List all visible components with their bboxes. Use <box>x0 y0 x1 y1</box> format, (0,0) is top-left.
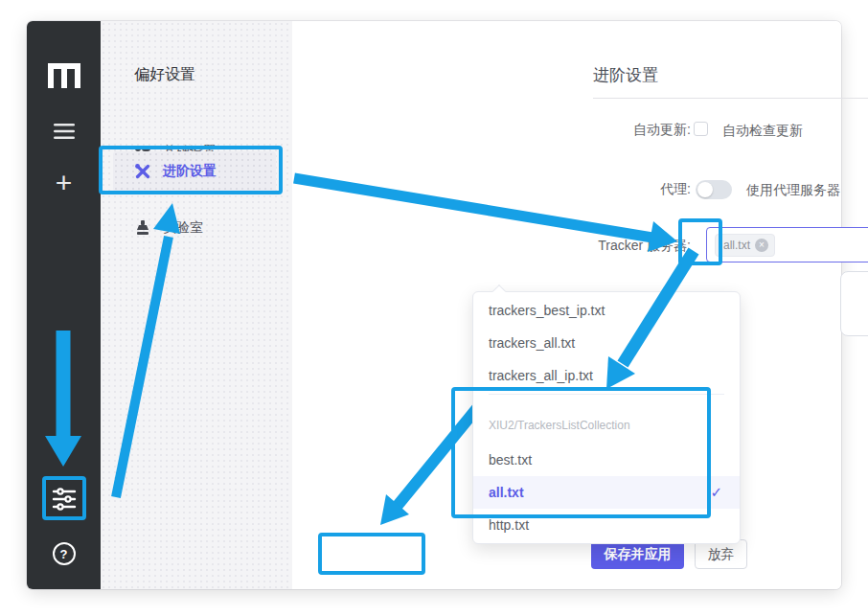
panel-title: 偏好设置 <box>134 65 195 85</box>
title-divider <box>593 98 868 99</box>
motrix-logo <box>27 63 101 88</box>
task-list-icon <box>53 123 76 140</box>
tracker-textarea[interactable] <box>840 271 868 336</box>
highlight-box-advanced-nav <box>99 146 283 194</box>
add-task-button[interactable]: + <box>27 167 101 199</box>
tag-close-icon[interactable]: × <box>755 239 768 252</box>
tracker-label: Tracker 服务器: <box>553 238 691 255</box>
plus-icon: + <box>56 167 73 199</box>
auto-update-checkbox[interactable] <box>694 122 708 136</box>
option-label: trackers_all_ip.txt <box>489 368 593 383</box>
dropdown-option[interactable]: trackers_all.txt <box>473 327 740 359</box>
auto-update-label: 自动更新: <box>553 122 691 139</box>
preferences-panel: 偏好设置 基础设置 <box>101 21 292 589</box>
proxy-option-label: 使用代理服务器 <box>746 182 840 199</box>
screenshot-stage: + ? <box>0 0 868 616</box>
app-window: + ? <box>27 21 841 589</box>
highlight-box-dropdown-group <box>451 387 711 518</box>
option-label: http.txt <box>489 517 529 533</box>
toggle-knob <box>697 182 713 197</box>
option-label: trackers_all.txt <box>489 335 575 351</box>
task-list-button[interactable] <box>27 121 101 142</box>
lab-stamp-icon <box>134 219 151 237</box>
highlight-box-save-button <box>318 533 425 575</box>
check-icon: ✓ <box>710 484 722 501</box>
highlight-box-settings-icon <box>42 476 86 520</box>
auto-update-option-label: 自动检查更新 <box>722 123 803 140</box>
option-label: trackers_best_ip.txt <box>489 303 605 318</box>
dropdown-option[interactable]: trackers_best_ip.txt <box>473 294 740 327</box>
tracker-select[interactable]: all.txt × <box>706 227 868 262</box>
nav-item-label: 实验室 <box>163 219 203 237</box>
help-button[interactable]: ? <box>27 540 101 567</box>
tracker-tag-label: all.txt <box>723 239 750 252</box>
proxy-label: 代理: <box>553 181 691 198</box>
question-icon: ? <box>53 542 76 565</box>
m-logo-icon <box>48 63 80 88</box>
nav-item-lab[interactable]: 实验室 <box>113 208 276 248</box>
page-title: 进阶设置 <box>593 64 658 86</box>
tracker-tag[interactable]: all.txt × <box>715 234 775 257</box>
proxy-toggle[interactable] <box>696 180 732 199</box>
highlight-box-chevron <box>678 218 722 265</box>
